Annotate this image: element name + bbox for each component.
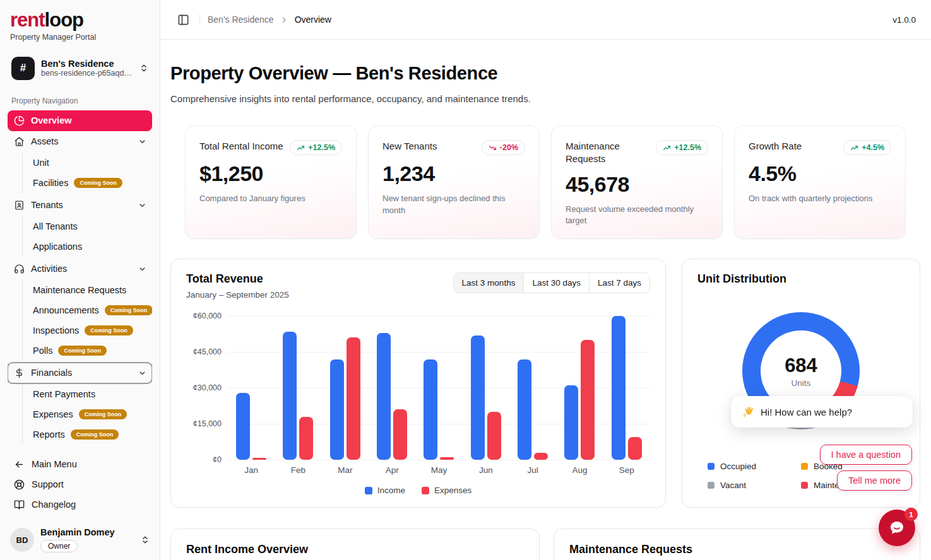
sidebar-item-label: Reports [33,429,65,440]
book-open-icon [13,499,25,510]
sidebar-item-applications[interactable]: Applications [30,236,152,257]
sidebar-footer: Main Menu Support Changelog BD Benjamin … [8,454,152,554]
sidebar-toggle-icon[interactable] [174,11,192,28]
bar-group-may [415,316,462,460]
main-area: Ben's Residence Overview v1.0.0 Property… [160,0,931,560]
user-meta: Benjamin Domey Owner [40,527,134,552]
sidebar-item-facilities[interactable]: Facilities Coming Soon [30,173,152,193]
chat-question-button[interactable]: I have a question [820,445,912,465]
sidebar-item-overview[interactable]: Overview [8,110,152,131]
trend-badge: -20% [482,140,525,155]
chat-launcher-button[interactable]: 1 [879,510,915,546]
coming-soon-badge: Coming Soon [105,305,152,315]
coming-soon-badge: Coming Soon [85,325,133,335]
user-menu[interactable]: BD Benjamin Domey Owner [8,523,152,554]
income-bar [471,335,485,460]
donut-total-label: Units [792,378,811,388]
workspace-switcher[interactable]: # Ben's Residence bens-residence-p65aqdy… [8,53,152,84]
bar-group-jan [228,316,275,460]
tenants-sublist: All Tenants Applications [22,216,152,257]
sidebar-item-all-tenants[interactable]: All Tenants [30,216,152,236]
tab-last-30-days[interactable]: Last 30 days [523,273,589,293]
sidebar-item-tenants[interactable]: Tenants [8,195,152,216]
changelog-label: Changelog [32,499,76,510]
workspace-name: Ben's Residence [41,59,133,69]
chevron-right-icon [280,16,288,24]
bottom-row: Rent Income Overview Maintenance Request… [170,528,920,560]
trending-down-icon [489,144,497,152]
stat-value: 45,678 [566,172,708,197]
expenses-bar [440,457,454,460]
trend-badge: +4.5% [843,140,891,155]
waving-hand-icon [742,405,755,418]
maintenance-requests-title: Maintenance Requests [569,543,904,556]
chevron-down-icon [138,137,146,146]
avatar: BD [10,528,34,552]
sidebar-item-label: Overview [31,115,146,125]
sidebar-item-rent-payments[interactable]: Rent Payments [30,384,152,404]
sidebar-item-announcements[interactable]: Announcements Coming Soon [30,300,152,320]
sidebar-item-inspections[interactable]: Inspections Coming Soon [30,320,152,341]
sidebar-item-polls[interactable]: Polls Coming Soon [30,341,152,361]
revenue-bar-chart: ¢0¢15,000¢30,000¢45,000¢60,000 [186,316,650,460]
headphones-icon [13,263,25,274]
stat-description: Compared to January figures [199,193,342,205]
rent-income-overview-card: Rent Income Overview [170,528,540,560]
sidebar-item-label: Expenses [33,409,73,419]
x-tick-label: Aug [556,465,603,475]
sidebar-item-label: All Tenants [33,221,78,231]
sidebar-item-expenses[interactable]: Expenses Coming Soon [30,404,152,424]
main-menu-link[interactable]: Main Menu [8,454,152,474]
bar-group-mar [322,316,369,460]
income-bar [518,359,531,460]
income-bar [283,332,297,460]
stat-card-new-tenants: New Tenants -20% 1,234 New tenant sign-u… [368,125,540,239]
plot-area [228,316,650,460]
legend-vacant: Vacant [708,481,801,490]
total-revenue-card: Total Revenue January – September 2025 L… [170,259,666,508]
sidebar-item-activities[interactable]: Activities [8,259,152,279]
chat-tell-me-more-button[interactable]: Tell me more [837,470,912,491]
income-bar [564,385,578,460]
y-tick-label: ¢0 [213,455,222,464]
tenant-card-icon [13,199,25,211]
y-axis: ¢0¢15,000¢30,000¢45,000¢60,000 [186,316,228,460]
sidebar-item-label: Facilities [33,178,68,188]
user-name: Benjamin Domey [40,527,134,537]
unit-card-title: Unit Distribution [697,272,904,286]
expenses-bar [347,337,360,460]
chat-greeting-popup[interactable]: Hi! How can we help? [731,396,913,428]
charts-row: Total Revenue January – September 2025 L… [170,259,920,508]
breadcrumb-current: Overview [295,15,331,25]
sidebar-item-label: Maintenance Requests [33,285,126,295]
workspace-meta: Ben's Residence bens-residence-p65aqdy..… [41,59,133,78]
y-tick-label: ¢45,000 [193,347,222,356]
changelog-link[interactable]: Changelog [8,494,152,515]
bar-group-aug [556,316,603,460]
x-tick-label: May [415,465,462,475]
logo-loop: loop [45,9,83,31]
y-tick-label: ¢30,000 [193,383,222,392]
page-subtitle: Comprehensive insights into rental perfo… [170,93,920,104]
dollar-icon [13,367,25,378]
breadcrumb-parent[interactable]: Ben's Residence [208,15,274,25]
support-link[interactable]: Support [8,474,152,494]
support-label: Support [32,479,64,489]
sidebar-item-assets[interactable]: Assets [8,131,152,152]
sidebar-item-maintenance-requests[interactable]: Maintenance Requests [30,280,152,300]
pie-chart-icon [13,115,25,126]
stat-value: $1,250 [199,161,342,186]
sidebar-item-unit[interactable]: Unit [30,153,152,173]
tab-last-7-days[interactable]: Last 7 days [589,273,649,293]
stat-label: Total Rental Income [199,140,283,153]
sidebar-item-label: Unit [33,158,49,168]
tab-last-3-months[interactable]: Last 3 months [454,273,524,293]
chat-greeting-text: Hi! How can we help? [761,407,852,417]
sidebar-item-reports[interactable]: Reports Coming Soon [30,424,152,445]
sidebar-item-label: Inspections [33,325,79,335]
income-bar [377,333,391,460]
legend-occupied: Occupied [708,462,801,471]
sidebar-item-financials[interactable]: Financials [8,363,152,383]
hash-icon: # [11,57,35,80]
app-tagline: Property Manager Portal [10,33,150,42]
